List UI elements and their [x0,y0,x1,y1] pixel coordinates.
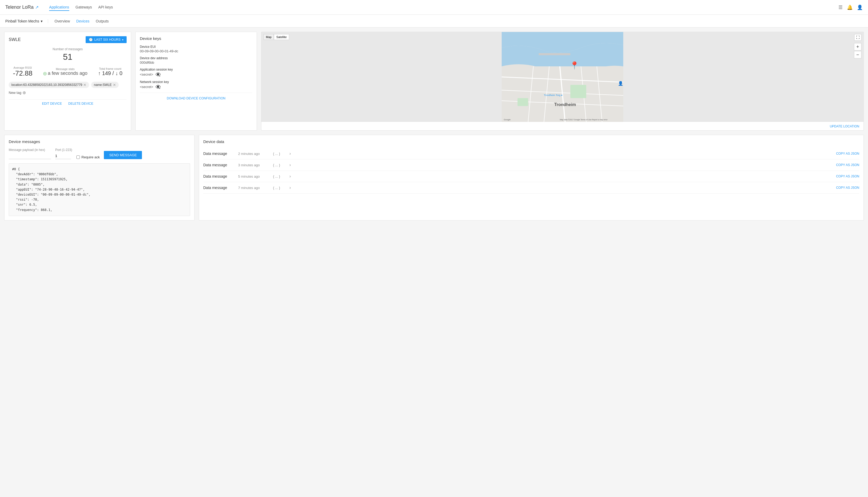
time-range-button[interactable]: 🕐 LAST SIX HOURS ▾ [86,36,127,43]
nav-api-keys[interactable]: API keys [98,4,113,11]
tag-location: location:63.43288582022183,10.3932085633… [9,82,89,88]
expand-icon-1[interactable]: › [289,162,291,167]
tab-outputs[interactable]: Outputs [96,18,108,24]
update-location-button[interactable]: UPDATE LOCATION [830,125,859,128]
expand-icon-2[interactable]: › [289,174,291,179]
msg-stats-block: Message stats ◎ a few seconds ago [43,67,87,76]
fullscreen-button[interactable]: ⛶ [854,34,862,41]
nav-applications[interactable]: Applications [49,4,69,11]
device-title: SWLE [9,37,20,42]
svg-rect-14 [518,98,528,106]
account-icon[interactable]: 👤 [857,4,863,10]
net-session-value: <secret> 👁‍🗨 [140,84,252,89]
tags-row: location:63.43288582022183,10.3932085633… [9,82,127,95]
edit-device-button[interactable]: EDIT DEVICE [42,102,62,105]
separator: / [112,70,115,76]
clock-icon: 🕐 [89,38,93,42]
tag-location-remove[interactable]: ✕ [83,83,86,87]
data-time-2: 5 minutes ago [238,174,270,179]
net-session-eye-icon[interactable]: 👁‍🗨 [156,84,161,89]
download-config-button[interactable]: DOWNLOAD DEVICE CONFIGURATION [167,97,226,100]
frame-up: 149 [102,70,111,76]
data-row: Data message 5 minutes ago { ... } › COP… [203,171,859,182]
svg-rect-13 [570,85,586,98]
require-ack-checkbox[interactable] [76,155,80,159]
expand-icon-0[interactable]: › [289,151,291,156]
bottom-row: Device messages Message payload (in hex)… [4,135,864,221]
svg-text:Google: Google [504,118,511,121]
data-preview-2: { ... } [273,174,286,179]
expand-icon-3[interactable]: › [289,185,291,190]
add-icon: ⊕ [23,90,26,95]
data-type-2: Data message [203,174,235,179]
copy-json-2[interactable]: COPY AS JSON [836,174,859,178]
brand: Telenor LoRa ↗ [5,4,39,10]
net-session-label: Network session key [140,80,252,84]
tag-name: name:SWLE ✕ [91,82,118,88]
arrow-down-icon: ↓ [115,70,118,76]
data-title: Device data [203,139,859,144]
tag-location-text: location:63.43288582022183,10.3932085633… [11,83,82,87]
message-form: Message payload (in hex) Port (1-223) Re… [9,148,190,159]
data-type-3: Data message [203,186,235,190]
svg-text:Map data ©2017 Google  Terms o: Map data ©2017 Google Terms of Use Repor… [560,119,608,121]
chevron-down-icon: ▾ [41,19,43,23]
rssi-label: Average RSSI [13,66,32,69]
app-session-eye-icon[interactable]: 👁‍🗨 [156,72,161,77]
copy-json-1[interactable]: COPY AS JSON [836,163,859,167]
tab-overview[interactable]: Overview [55,18,70,24]
device-keys-card: Device keys Device EUI 00-09-09-00-00-01… [135,32,257,131]
map-view-button[interactable]: Map [263,34,274,40]
top-row: SWLE 🕐 LAST SIX HOURS ▾ Number of messag… [4,32,864,131]
nav-gateways[interactable]: Gateways [76,4,92,11]
payload-group: Message payload (in hex) [9,148,51,159]
require-ack-group: Require ack [76,155,100,159]
keys-title: Device keys [140,36,252,41]
satellite-view-button[interactable]: Satellite [274,34,289,40]
data-time-3: 7 minutes ago [238,186,270,190]
new-tag-button[interactable]: New tag ⊕ [9,90,26,95]
nav-icons: ☰ 🔔 👤 [838,4,863,10]
app-session-row: Application session key <secret> 👁‍🗨 [140,68,252,77]
zoom-in-button[interactable]: + [854,43,862,51]
tab-devices[interactable]: Devices [76,18,90,24]
zoom-out-button[interactable]: − [854,51,862,58]
map-pin: 📍 [570,61,579,70]
svg-text:Trondheim Torg ●: Trondheim Torg ● [544,94,562,97]
device-header: SWLE 🕐 LAST SIX HOURS ▾ [9,36,127,43]
signal-icon: ◎ [43,71,47,76]
tag-name-text: name:SWLE [94,83,112,87]
data-type-1: Data message [203,163,235,167]
last-seen-value: a few seconds ago [48,71,87,76]
data-row: Data message 7 minutes ago { ... } › COP… [203,182,859,194]
port-input[interactable] [55,153,71,159]
sub-nav-links: Overview Devices Outputs [55,18,108,24]
time-range-arrow: ▾ [122,38,124,41]
send-message-button[interactable]: SEND MESSAGE [104,151,142,159]
map-container: Trondheim Trondheim Torg ● Google Map da… [261,32,864,122]
sub-nav: Pinball Token Mechs ▾ Overview Devices O… [0,15,868,28]
map-actions: UPDATE LOCATION [261,122,864,130]
app-session-text: <secret> [140,72,153,76]
app-session-value: <secret> 👁‍🗨 [140,72,252,77]
delete-device-button[interactable]: DELETE DEVICE [68,102,93,105]
map-svg: Trondheim Trondheim Torg ● Google Map da… [261,32,864,122]
copy-json-0[interactable]: COPY AS JSON [836,152,859,155]
brand-icon: ↗ [35,5,39,10]
messages-title: Device messages [9,139,190,144]
docs-icon[interactable]: ☰ [838,4,843,10]
dev-addr-label: Device dev address [140,56,252,60]
data-preview-3: { ... } [273,186,286,190]
payload-input[interactable] [9,153,51,159]
app-selector[interactable]: Pinball Token Mechs ▾ [5,19,48,23]
data-preview-1: { ... } [273,163,286,167]
center-stats: Average RSSI -72.88 Message stats ◎ a fe… [9,66,127,77]
data-type-0: Data message [203,152,235,156]
keys-actions: DOWNLOAD DEVICE CONFIGURATION [140,93,252,100]
rssi-value: -72.88 [13,69,32,77]
tag-name-remove[interactable]: ✕ [113,83,116,87]
notifications-icon[interactable]: 🔔 [847,4,853,10]
copy-json-3[interactable]: COPY AS JSON [836,186,859,189]
data-rows: Data message 2 minutes ago { ... } › COP… [203,148,859,194]
new-tag-label: New tag [9,91,21,95]
